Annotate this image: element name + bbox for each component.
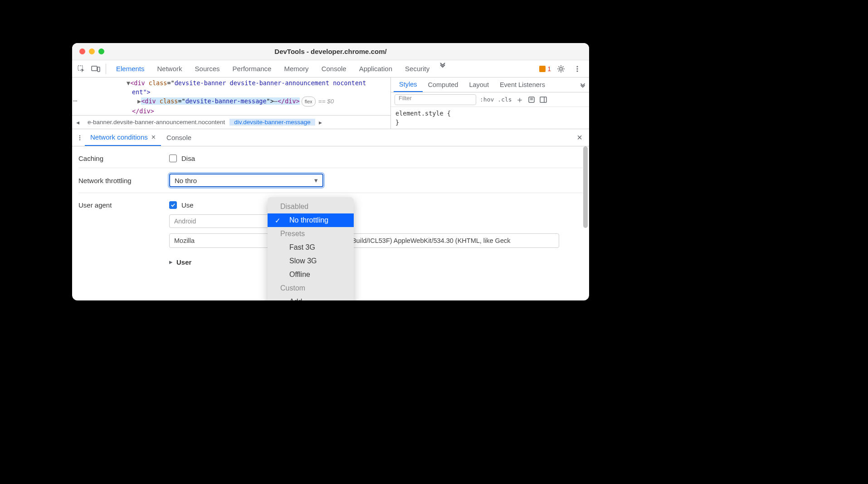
dom-panel: … ▼<div class="devsite-banner devsite-ba… — [72, 77, 390, 129]
dropdown-option-no-throttling[interactable]: ✓ No throttling — [268, 213, 354, 227]
caching-row: Caching Disa — [78, 149, 583, 168]
drawer-kebab-icon[interactable] — [75, 131, 85, 144]
window-title: DevTools - developer.chrome.com/ — [72, 48, 589, 55]
dom-breadcrumb: ◂ e-banner.devsite-banner-announcement.n… — [72, 115, 390, 129]
tab-console[interactable]: Console — [315, 60, 353, 77]
throttling-label: Network throttling — [78, 177, 169, 184]
elements-panel: … ▼<div class="devsite-banner devsite-ba… — [72, 77, 589, 129]
breadcrumb-next-icon[interactable]: ▸ — [315, 119, 326, 126]
styles-more-tabs-icon[interactable] — [579, 81, 586, 88]
close-tab-icon[interactable]: × — [151, 133, 156, 141]
throttling-select[interactable]: No thro ▾ — [169, 174, 323, 187]
tab-performance[interactable]: Performance — [226, 60, 278, 77]
caching-label: Caching — [78, 155, 169, 162]
expand-label: User — [176, 258, 191, 266]
main-toolbar: Elements Network Sources Performance Mem… — [72, 60, 589, 77]
settings-icon[interactable] — [555, 63, 567, 75]
drawer-tab-console[interactable]: Console — [161, 129, 197, 146]
dom-node[interactable]: ▼<div class="devsite-banner devsite-bann… — [81, 78, 390, 87]
scrollbar-thumb[interactable] — [583, 146, 588, 228]
issues-badge[interactable]: 1 — [539, 65, 551, 73]
styles-tab-styles[interactable]: Styles — [394, 77, 423, 92]
svg-rect-8 — [540, 97, 546, 102]
tab-elements[interactable]: Elements — [110, 60, 151, 77]
style-rule-open: element.style { — [395, 109, 585, 118]
breadcrumb-item[interactable]: e-banner.devsite-banner-announcement.noc… — [83, 119, 229, 126]
drawer-tab-label: Console — [166, 134, 191, 141]
tab-network[interactable]: Network — [151, 60, 189, 77]
dom-node-close: </div> — [81, 106, 390, 115]
breadcrumb-prev-icon[interactable]: ◂ — [72, 119, 83, 126]
dropdown-option-fast-3g[interactable]: Fast 3G — [268, 241, 354, 254]
svg-point-4 — [576, 66, 578, 67]
dropdown-heading-disabled: Disabled — [268, 200, 354, 213]
toggle-sidebar-icon[interactable] — [539, 96, 547, 104]
breadcrumb-item-selected[interactable]: div.devsite-banner-message — [229, 119, 315, 126]
user-agent-string-input[interactable]: Mozilla 0.2; en-us; Galaxy Nexus Build/I… — [169, 233, 559, 248]
styles-filter-input[interactable]: Filter — [395, 94, 476, 105]
svg-point-5 — [576, 68, 578, 69]
toolbar-right: 1 — [539, 63, 586, 75]
gutter-ellipsis: … — [73, 95, 78, 104]
dropdown-option-add[interactable]: Add… — [268, 295, 354, 300]
styles-tab-computed[interactable]: Computed — [423, 77, 464, 92]
traffic-lights — [79, 48, 104, 54]
drawer-close-icon[interactable]: × — [573, 132, 586, 143]
dropdown-option-slow-3g[interactable]: Slow 3G — [268, 254, 354, 268]
styles-tabs: Styles Computed Layout Event Listeners — [391, 77, 589, 92]
use-browser-default-checkbox[interactable] — [169, 201, 177, 209]
svg-point-3 — [560, 68, 562, 70]
styles-body[interactable]: element.style { } — [391, 107, 589, 129]
new-rule-icon[interactable]: ＋ — [516, 94, 524, 105]
cls-toggle[interactable]: .cls — [497, 96, 512, 103]
drawer-tab-network-conditions[interactable]: Network conditions × — [85, 129, 161, 146]
styles-tab-event-listeners[interactable]: Event Listeners — [494, 77, 551, 92]
tab-memory[interactable]: Memory — [278, 60, 315, 77]
check-icon: ✓ — [275, 217, 281, 225]
separator — [106, 64, 106, 74]
svg-point-6 — [576, 70, 578, 72]
dropdown-heading-presets: Presets — [268, 227, 354, 241]
computed-styles-icon[interactable] — [527, 96, 536, 104]
svg-point-10 — [79, 135, 80, 136]
dropdown-heading-custom: Custom — [268, 281, 354, 295]
window-close-icon[interactable] — [79, 48, 85, 54]
dom-node-cont: ent"> — [81, 87, 390, 97]
disable-cache-label-partial: Disa — [181, 155, 195, 162]
devtools-window: DevTools - developer.chrome.com/ Element… — [72, 43, 589, 300]
drawer-tab-label: Network conditions — [90, 133, 148, 141]
scrollbar[interactable] — [583, 146, 588, 300]
dropdown-option-offline[interactable]: Offline — [268, 268, 354, 281]
svg-point-12 — [79, 139, 80, 140]
drawer-tabs: Network conditions × Console × — [72, 129, 589, 146]
window-minimize-icon[interactable] — [89, 48, 95, 54]
tab-security[interactable]: Security — [399, 60, 436, 77]
warning-icon — [539, 66, 546, 72]
kebab-menu-icon[interactable] — [571, 63, 584, 75]
titlebar: DevTools - developer.chrome.com/ — [72, 43, 589, 60]
tab-sources[interactable]: Sources — [189, 60, 226, 77]
dom-node-selected[interactable]: ▶<div class="devsite-banner-message">⋯</… — [81, 97, 390, 106]
window-zoom-icon[interactable] — [98, 48, 104, 54]
styles-panel: Styles Computed Layout Event Listeners F… — [390, 77, 589, 129]
user-agent-label: User agent — [78, 201, 169, 209]
styles-tab-layout[interactable]: Layout — [463, 77, 494, 92]
ua-select-value-left: Android — [174, 218, 196, 225]
styles-toolbar: Filter :hov .cls ＋ — [391, 92, 589, 107]
disable-cache-checkbox[interactable] — [169, 155, 177, 162]
main-tabs: Elements Network Sources Performance Mem… — [110, 60, 537, 77]
svg-point-11 — [79, 137, 80, 138]
more-tabs-icon[interactable] — [439, 60, 447, 77]
issues-count: 1 — [547, 65, 551, 73]
inspect-element-icon[interactable] — [75, 63, 88, 75]
dom-tree[interactable]: … ▼<div class="devsite-banner devsite-ba… — [72, 77, 390, 115]
tab-application[interactable]: Application — [353, 60, 399, 77]
device-toolbar-icon[interactable] — [89, 63, 102, 75]
svg-rect-1 — [92, 66, 97, 71]
use-browser-default-label-partial: Use — [181, 201, 194, 209]
style-rule-close: } — [395, 118, 585, 127]
svg-rect-2 — [98, 67, 100, 72]
triangle-right-icon: ▸ — [169, 258, 173, 266]
hov-toggle[interactable]: :hov — [480, 96, 494, 103]
throttling-row: Network throttling No thro ▾ — [78, 168, 583, 193]
